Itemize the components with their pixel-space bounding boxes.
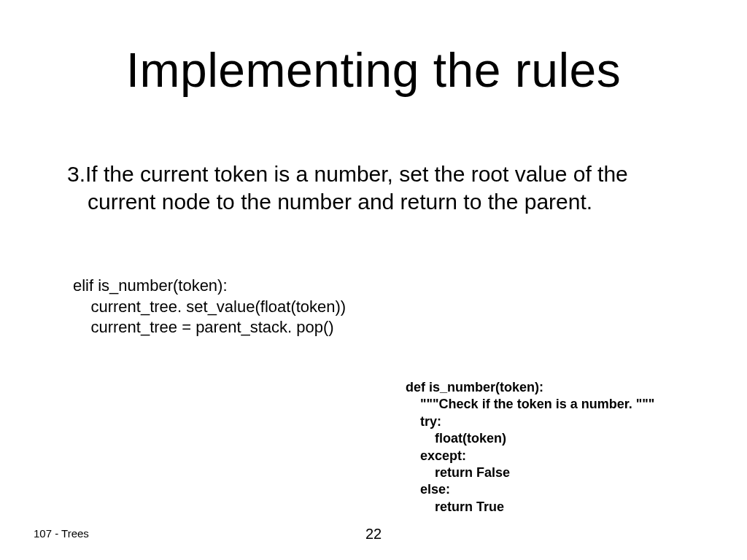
rule-text: 3.If the current token is a number, set …: [67, 160, 681, 217]
slide: Implementing the rules 3.If the current …: [0, 0, 747, 560]
slide-title: Implementing the rules: [0, 42, 747, 98]
rule-body: If the current token is a number, set th…: [85, 162, 628, 214]
code-block-elif: elif is_number(token): current_tree. set…: [73, 276, 346, 338]
code-block-isnumber: def is_number(token): """Check if the to…: [406, 379, 654, 516]
rule-number: 3.: [67, 162, 85, 186]
page-number: 22: [0, 526, 747, 542]
